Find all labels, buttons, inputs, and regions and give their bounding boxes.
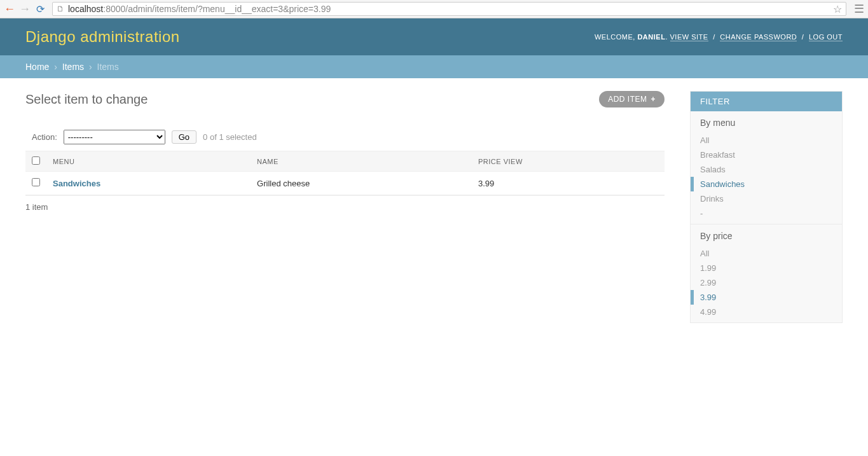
filter-item[interactable]: All [700, 133, 832, 148]
row-menu-link[interactable]: Sandwiches [53, 179, 100, 188]
filter-item-link[interactable]: All [700, 249, 709, 258]
forward-arrow-icon: → [19, 3, 31, 16]
add-item-label: ADD ITEM [608, 95, 647, 104]
filter-item[interactable]: 1.99 [700, 261, 832, 275]
breadcrumb-section[interactable]: Items [62, 62, 84, 72]
back-button[interactable]: ← [4, 3, 15, 15]
action-label: Action: [32, 132, 57, 142]
view-site-link[interactable]: VIEW SITE [670, 33, 708, 41]
filter-item[interactable]: Breakfast [700, 148, 832, 162]
filter-item-link[interactable]: 2.99 [700, 278, 716, 287]
filter-item-link[interactable]: Breakfast [700, 150, 735, 160]
filter-item-link[interactable]: All [700, 135, 709, 145]
filter-item[interactable]: 4.99 [700, 305, 832, 319]
filter-item-link[interactable]: 3.99 [700, 293, 716, 302]
row-checkbox[interactable] [32, 178, 40, 186]
plus-icon: + [651, 95, 656, 104]
url-host: localhost [68, 4, 103, 14]
action-counter: 0 of 1 selected [203, 132, 257, 142]
column-menu[interactable]: MENU [46, 151, 251, 172]
filter-header: FILTER [691, 92, 842, 111]
filter-section: By priceAll1.992.993.994.99 [691, 225, 842, 322]
action-select[interactable]: --------- [64, 130, 165, 144]
paginator: 1 item [25, 196, 665, 218]
main: Select item to change ADD ITEM + Action:… [25, 91, 665, 323]
bookmark-icon[interactable]: ☆ [833, 3, 842, 15]
logout-link[interactable]: LOG OUT [809, 33, 843, 41]
table-row: SandwichesGrilled cheese3.99 [25, 172, 665, 195]
row-name: Grilled cheese [251, 172, 472, 195]
filter-item[interactable]: Sandwiches [691, 177, 832, 191]
select-all-checkbox[interactable] [32, 156, 40, 165]
browser-toolbar: ← → ⟳ 🗋 localhost:8000/admin/items/item/… [0, 0, 868, 18]
filter-item-link[interactable]: 4.99 [700, 307, 716, 317]
results-table: MENU NAME PRICE VIEW SandwichesGrilled c… [25, 151, 665, 196]
breadcrumb: Home › Items › Items [0, 55, 868, 78]
filter-item[interactable]: Drinks [700, 191, 832, 206]
filter-section: By menuAllBreakfastSaladsSandwichesDrink… [691, 111, 842, 224]
page-icon: 🗋 [57, 4, 64, 13]
breadcrumb-current: Items [97, 62, 119, 72]
hamburger-menu-button[interactable]: ☰ [854, 2, 864, 16]
url-path: :8000/admin/items/item/?menu__id__exact=… [103, 4, 331, 14]
reload-icon: ⟳ [36, 3, 45, 15]
page-title: Select item to change [25, 92, 148, 107]
action-go-button[interactable]: Go [172, 130, 196, 144]
add-item-button[interactable]: ADD ITEM + [599, 91, 665, 107]
filter-item-link[interactable]: Drinks [700, 194, 724, 204]
filter-sidebar: FILTER By menuAllBreakfastSaladsSandwich… [690, 91, 843, 323]
actions-bar: Action: --------- Go 0 of 1 selected [25, 123, 665, 151]
filter-item[interactable]: 3.99 [691, 290, 832, 305]
site-branding: Django administration [25, 28, 180, 46]
column-price[interactable]: PRICE VIEW [472, 151, 665, 172]
url-bar[interactable]: 🗋 localhost:8000/admin/items/item/?menu_… [52, 2, 846, 16]
filter-section-title: By price [700, 231, 832, 241]
filter-item-link[interactable]: Sandwiches [700, 179, 745, 189]
column-name[interactable]: NAME [251, 151, 472, 172]
username: DANIEL [637, 33, 665, 41]
breadcrumb-home[interactable]: Home [25, 62, 49, 72]
filter-item[interactable]: 2.99 [700, 275, 832, 290]
filter-item[interactable]: Salads [700, 162, 832, 177]
row-price: 3.99 [472, 172, 665, 195]
forward-button[interactable]: → [19, 3, 31, 15]
back-arrow-icon: ← [4, 3, 15, 16]
filter-item-link[interactable]: - [700, 209, 703, 218]
welcome-text: WELCOME, [595, 33, 635, 41]
filter-section-title: By menu [700, 118, 832, 128]
filter-item[interactable]: All [700, 246, 832, 261]
user-tools: WELCOME, DANIEL. VIEW SITE / CHANGE PASS… [595, 33, 843, 41]
reload-button[interactable]: ⟳ [34, 3, 46, 15]
change-password-link[interactable]: CHANGE PASSWORD [720, 33, 797, 41]
filter-item-link[interactable]: Salads [700, 165, 726, 174]
filter-item[interactable]: - [700, 206, 832, 221]
content: Select item to change ADD ITEM + Action:… [0, 78, 868, 336]
site-header: Django administration WELCOME, DANIEL. V… [0, 18, 868, 55]
filter-item-link[interactable]: 1.99 [700, 263, 716, 273]
